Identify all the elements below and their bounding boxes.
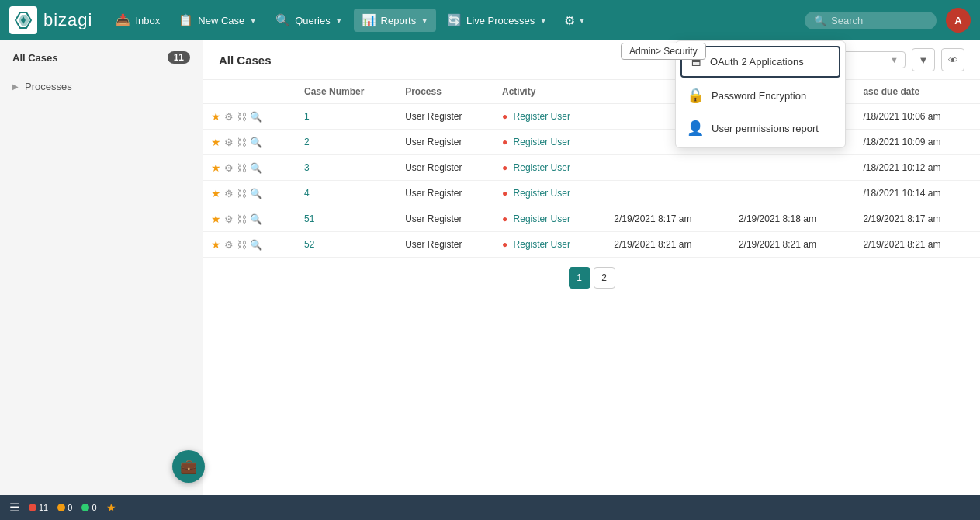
workflow-icon[interactable]: ⚙ xyxy=(224,111,234,123)
sidebar-processes[interactable]: ▶ Processes xyxy=(0,75,203,99)
star-icon[interactable]: ★ xyxy=(211,136,221,148)
page-2-button[interactable]: 2 xyxy=(594,267,615,289)
bottom-bar: ☰ 11 0 0 ★ xyxy=(0,495,980,520)
float-action-button[interactable]: 💼 xyxy=(172,450,205,483)
workflow-icon[interactable]: ⚙ xyxy=(224,188,234,199)
date3-cell: 2/19/2021 8:17 am xyxy=(855,206,980,232)
magnify-icon[interactable]: 🔍 xyxy=(250,239,262,251)
date2-cell: 2/19/2021 8:18 am xyxy=(731,206,856,232)
network-icon[interactable]: ⛓ xyxy=(237,188,247,199)
network-icon[interactable]: ⛓ xyxy=(237,137,247,148)
inbox-nav[interactable]: 📥 Inbox xyxy=(108,9,168,32)
inbox-label: Inbox xyxy=(135,15,160,26)
star-icon[interactable]: ★ xyxy=(211,161,221,174)
user-permissions-icon: 👤 xyxy=(687,120,704,137)
queries-nav[interactable]: 🔍 Queries ▼ xyxy=(268,9,350,32)
magnify-icon[interactable]: 🔍 xyxy=(250,162,262,174)
navbar: bizagi 📥 Inbox 📋 New Case ▼ 🔍 Queries ▼ … xyxy=(0,0,980,40)
reports-icon: 📊 xyxy=(362,13,376,27)
search-box[interactable]: 🔍 xyxy=(805,12,937,29)
user-avatar[interactable]: A xyxy=(946,8,971,33)
user-permissions-label: User permissions report xyxy=(712,123,819,134)
activity-link[interactable]: Register User xyxy=(514,111,570,122)
magnify-icon[interactable]: 🔍 xyxy=(250,188,262,199)
case-number[interactable]: 1 xyxy=(304,111,310,122)
date1-cell: 2/19/2021 8:21 am xyxy=(606,232,731,258)
activity-link[interactable]: Register User xyxy=(514,239,570,250)
workflow-icon[interactable]: ⚙ xyxy=(224,239,234,251)
magnify-icon[interactable]: 🔍 xyxy=(250,137,262,148)
case-number[interactable]: 52 xyxy=(304,239,314,250)
date1-cell xyxy=(606,181,731,206)
process-cell: User Register xyxy=(397,232,494,258)
inbox-icon: 📥 xyxy=(116,13,130,27)
admin-breadcrumb: Admin> Security xyxy=(621,43,706,60)
workflow-icon[interactable]: ⚙ xyxy=(224,162,234,174)
date1-cell xyxy=(606,155,731,181)
case-number[interactable]: 2 xyxy=(304,137,310,147)
workflow-icon[interactable]: ⚙ xyxy=(224,137,234,148)
row-icons: ★ ⚙ ⛓ 🔍 xyxy=(211,161,289,174)
live-processes-icon: 🔄 xyxy=(447,13,462,27)
yellow-badge: 0 xyxy=(57,503,72,512)
settings-arrow-icon: ▼ xyxy=(578,16,586,25)
star-icon[interactable]: ★ xyxy=(211,187,221,199)
process-cell: User Register xyxy=(397,104,494,130)
activity-link[interactable]: Register User xyxy=(514,188,570,199)
user-permissions-menu-item[interactable]: 👤 User permissions report xyxy=(676,112,845,144)
status-dot-icon: ● xyxy=(502,137,507,147)
status-dot-icon: ● xyxy=(502,162,507,173)
pagination: 1 2 xyxy=(203,258,980,298)
search-input[interactable] xyxy=(831,15,924,26)
col-activity: Activity xyxy=(494,80,606,104)
logo-text: bizagi xyxy=(43,10,92,30)
green-count: 0 xyxy=(92,503,96,512)
activity-link[interactable]: Register User xyxy=(514,137,570,147)
activity-link[interactable]: Register User xyxy=(514,162,570,173)
live-processes-nav[interactable]: 🔄 Live Processes ▼ xyxy=(439,9,555,32)
password-encryption-menu-item[interactable]: 🔒 Password Encryption xyxy=(676,79,845,112)
queries-label: Queries xyxy=(295,15,331,26)
activity-cell: ● Register User xyxy=(494,155,606,181)
status-dot-icon: ● xyxy=(502,213,507,224)
row-icons: ★ ⚙ ⛓ 🔍 xyxy=(211,187,289,199)
case-number[interactable]: 51 xyxy=(304,213,314,224)
case-number[interactable]: 4 xyxy=(304,188,310,199)
reports-nav[interactable]: 📊 Reports ▼ xyxy=(354,9,436,32)
green-badge: 0 xyxy=(81,503,96,512)
date2-cell xyxy=(731,155,856,181)
magnify-icon[interactable]: 🔍 xyxy=(250,111,262,123)
filter-button[interactable]: ▼ xyxy=(912,48,935,71)
network-icon[interactable]: ⛓ xyxy=(237,213,247,225)
new-case-nav[interactable]: 📋 New Case ▼ xyxy=(171,9,265,32)
cases-table: Case Number Process Activity ase due dat… xyxy=(203,80,980,258)
table-row: ★ ⚙ ⛓ 🔍 1 User Register ● Register User … xyxy=(203,104,980,130)
col-case-number: Case Number xyxy=(296,80,397,104)
search-icon: 🔍 xyxy=(814,15,826,26)
content-header: All Cases ▼ ▼ 👁 xyxy=(203,40,980,80)
sidebar: All Cases 11 ▶ Processes xyxy=(0,40,203,495)
network-icon[interactable]: ⛓ xyxy=(237,239,247,251)
star-icon[interactable]: ★ xyxy=(211,238,221,251)
activity-cell: ● Register User xyxy=(494,181,606,206)
page-1-button[interactable]: 1 xyxy=(569,267,590,289)
date3-cell: /18/2021 10:09 am xyxy=(855,130,980,155)
case-number[interactable]: 3 xyxy=(304,162,310,173)
settings-nav[interactable]: ⚙ ▼ xyxy=(558,9,592,33)
view-button[interactable]: 👁 xyxy=(941,48,964,71)
new-case-label: New Case xyxy=(198,15,244,26)
red-dot-icon xyxy=(29,504,36,511)
menu-icon[interactable]: ☰ xyxy=(9,501,19,515)
logo[interactable]: bizagi xyxy=(9,6,92,34)
briefcase-icon: 💼 xyxy=(180,458,197,475)
star-icon[interactable]: ★ xyxy=(211,110,221,123)
magnify-icon[interactable]: 🔍 xyxy=(250,213,262,225)
sidebar-all-cases[interactable]: All Cases 11 xyxy=(0,40,203,75)
star-icon[interactable]: ★ xyxy=(211,213,221,225)
activity-link[interactable]: Register User xyxy=(514,213,570,224)
network-icon[interactable]: ⛓ xyxy=(237,111,247,123)
favorites-icon[interactable]: ★ xyxy=(106,501,116,514)
network-icon[interactable]: ⛓ xyxy=(237,162,247,174)
row-icons: ★ ⚙ ⛓ 🔍 xyxy=(211,213,289,225)
workflow-icon[interactable]: ⚙ xyxy=(224,213,234,225)
